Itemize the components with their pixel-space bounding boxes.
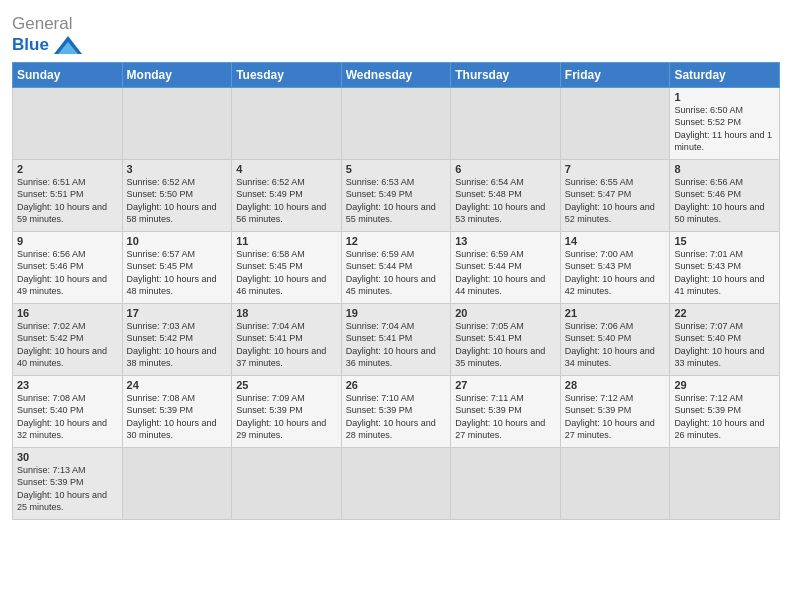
calendar-day-cell: 30Sunrise: 7:13 AM Sunset: 5:39 PM Dayli… [13, 447, 123, 519]
day-info: Sunrise: 7:06 AM Sunset: 5:40 PM Dayligh… [565, 320, 666, 370]
calendar-day-cell [232, 87, 342, 159]
calendar-week-row: 2Sunrise: 6:51 AM Sunset: 5:51 PM Daylig… [13, 159, 780, 231]
logo-blue: Blue [12, 35, 49, 55]
day-info: Sunrise: 6:57 AM Sunset: 5:45 PM Dayligh… [127, 248, 228, 298]
day-info: Sunrise: 7:12 AM Sunset: 5:39 PM Dayligh… [565, 392, 666, 442]
calendar-day-cell: 24Sunrise: 7:08 AM Sunset: 5:39 PM Dayli… [122, 375, 232, 447]
weekday-header-tuesday: Tuesday [232, 62, 342, 87]
day-info: Sunrise: 6:52 AM Sunset: 5:50 PM Dayligh… [127, 176, 228, 226]
day-number: 5 [346, 163, 447, 175]
calendar-day-cell: 4Sunrise: 6:52 AM Sunset: 5:49 PM Daylig… [232, 159, 342, 231]
day-number: 26 [346, 379, 447, 391]
calendar-day-cell: 28Sunrise: 7:12 AM Sunset: 5:39 PM Dayli… [560, 375, 670, 447]
calendar-week-row: 9Sunrise: 6:56 AM Sunset: 5:46 PM Daylig… [13, 231, 780, 303]
weekday-header-wednesday: Wednesday [341, 62, 451, 87]
weekday-header-saturday: Saturday [670, 62, 780, 87]
calendar-day-cell [451, 447, 561, 519]
calendar-day-cell [341, 87, 451, 159]
calendar-day-cell: 2Sunrise: 6:51 AM Sunset: 5:51 PM Daylig… [13, 159, 123, 231]
header: General Blue [12, 10, 780, 56]
day-number: 2 [17, 163, 118, 175]
calendar-day-cell: 9Sunrise: 6:56 AM Sunset: 5:46 PM Daylig… [13, 231, 123, 303]
calendar-week-row: 30Sunrise: 7:13 AM Sunset: 5:39 PM Dayli… [13, 447, 780, 519]
calendar-day-cell [122, 447, 232, 519]
day-number: 7 [565, 163, 666, 175]
logo: General Blue [12, 14, 84, 56]
day-number: 1 [674, 91, 775, 103]
day-info: Sunrise: 6:52 AM Sunset: 5:49 PM Dayligh… [236, 176, 337, 226]
calendar-week-row: 1Sunrise: 6:50 AM Sunset: 5:52 PM Daylig… [13, 87, 780, 159]
day-number: 13 [455, 235, 556, 247]
day-info: Sunrise: 7:03 AM Sunset: 5:42 PM Dayligh… [127, 320, 228, 370]
calendar-day-cell [560, 447, 670, 519]
weekday-header-row: SundayMondayTuesdayWednesdayThursdayFrid… [13, 62, 780, 87]
day-info: Sunrise: 6:55 AM Sunset: 5:47 PM Dayligh… [565, 176, 666, 226]
calendar-day-cell: 26Sunrise: 7:10 AM Sunset: 5:39 PM Dayli… [341, 375, 451, 447]
day-number: 29 [674, 379, 775, 391]
calendar-day-cell: 12Sunrise: 6:59 AM Sunset: 5:44 PM Dayli… [341, 231, 451, 303]
day-number: 4 [236, 163, 337, 175]
day-info: Sunrise: 7:11 AM Sunset: 5:39 PM Dayligh… [455, 392, 556, 442]
day-info: Sunrise: 7:01 AM Sunset: 5:43 PM Dayligh… [674, 248, 775, 298]
day-number: 30 [17, 451, 118, 463]
day-number: 9 [17, 235, 118, 247]
day-info: Sunrise: 6:59 AM Sunset: 5:44 PM Dayligh… [346, 248, 447, 298]
day-info: Sunrise: 6:51 AM Sunset: 5:51 PM Dayligh… [17, 176, 118, 226]
calendar-day-cell: 13Sunrise: 6:59 AM Sunset: 5:44 PM Dayli… [451, 231, 561, 303]
day-number: 12 [346, 235, 447, 247]
day-info: Sunrise: 6:50 AM Sunset: 5:52 PM Dayligh… [674, 104, 775, 154]
day-info: Sunrise: 7:04 AM Sunset: 5:41 PM Dayligh… [236, 320, 337, 370]
day-info: Sunrise: 7:09 AM Sunset: 5:39 PM Dayligh… [236, 392, 337, 442]
calendar-day-cell: 25Sunrise: 7:09 AM Sunset: 5:39 PM Dayli… [232, 375, 342, 447]
day-number: 6 [455, 163, 556, 175]
day-info: Sunrise: 6:56 AM Sunset: 5:46 PM Dayligh… [674, 176, 775, 226]
calendar-day-cell: 11Sunrise: 6:58 AM Sunset: 5:45 PM Dayli… [232, 231, 342, 303]
day-info: Sunrise: 7:08 AM Sunset: 5:40 PM Dayligh… [17, 392, 118, 442]
calendar-day-cell: 18Sunrise: 7:04 AM Sunset: 5:41 PM Dayli… [232, 303, 342, 375]
calendar-day-cell: 21Sunrise: 7:06 AM Sunset: 5:40 PM Dayli… [560, 303, 670, 375]
day-info: Sunrise: 7:04 AM Sunset: 5:41 PM Dayligh… [346, 320, 447, 370]
day-info: Sunrise: 7:08 AM Sunset: 5:39 PM Dayligh… [127, 392, 228, 442]
day-number: 10 [127, 235, 228, 247]
calendar-week-row: 16Sunrise: 7:02 AM Sunset: 5:42 PM Dayli… [13, 303, 780, 375]
weekday-header-thursday: Thursday [451, 62, 561, 87]
calendar-day-cell: 27Sunrise: 7:11 AM Sunset: 5:39 PM Dayli… [451, 375, 561, 447]
calendar-day-cell [232, 447, 342, 519]
day-number: 24 [127, 379, 228, 391]
day-number: 15 [674, 235, 775, 247]
day-info: Sunrise: 6:59 AM Sunset: 5:44 PM Dayligh… [455, 248, 556, 298]
calendar-day-cell: 20Sunrise: 7:05 AM Sunset: 5:41 PM Dayli… [451, 303, 561, 375]
calendar-day-cell: 23Sunrise: 7:08 AM Sunset: 5:40 PM Dayli… [13, 375, 123, 447]
calendar: SundayMondayTuesdayWednesdayThursdayFrid… [12, 62, 780, 520]
day-info: Sunrise: 7:00 AM Sunset: 5:43 PM Dayligh… [565, 248, 666, 298]
day-info: Sunrise: 7:05 AM Sunset: 5:41 PM Dayligh… [455, 320, 556, 370]
day-info: Sunrise: 7:12 AM Sunset: 5:39 PM Dayligh… [674, 392, 775, 442]
day-number: 21 [565, 307, 666, 319]
calendar-day-cell: 5Sunrise: 6:53 AM Sunset: 5:49 PM Daylig… [341, 159, 451, 231]
calendar-day-cell: 14Sunrise: 7:00 AM Sunset: 5:43 PM Dayli… [560, 231, 670, 303]
calendar-day-cell: 1Sunrise: 6:50 AM Sunset: 5:52 PM Daylig… [670, 87, 780, 159]
day-number: 19 [346, 307, 447, 319]
day-info: Sunrise: 7:13 AM Sunset: 5:39 PM Dayligh… [17, 464, 118, 514]
calendar-day-cell [122, 87, 232, 159]
calendar-day-cell: 17Sunrise: 7:03 AM Sunset: 5:42 PM Dayli… [122, 303, 232, 375]
day-info: Sunrise: 7:02 AM Sunset: 5:42 PM Dayligh… [17, 320, 118, 370]
day-number: 16 [17, 307, 118, 319]
day-number: 3 [127, 163, 228, 175]
calendar-day-cell: 3Sunrise: 6:52 AM Sunset: 5:50 PM Daylig… [122, 159, 232, 231]
day-number: 27 [455, 379, 556, 391]
day-info: Sunrise: 6:58 AM Sunset: 5:45 PM Dayligh… [236, 248, 337, 298]
day-info: Sunrise: 7:10 AM Sunset: 5:39 PM Dayligh… [346, 392, 447, 442]
page: General Blue SundayMondayTuesdayWednesda… [0, 0, 792, 612]
calendar-week-row: 23Sunrise: 7:08 AM Sunset: 5:40 PM Dayli… [13, 375, 780, 447]
day-info: Sunrise: 7:07 AM Sunset: 5:40 PM Dayligh… [674, 320, 775, 370]
day-info: Sunrise: 6:54 AM Sunset: 5:48 PM Dayligh… [455, 176, 556, 226]
calendar-day-cell [451, 87, 561, 159]
day-number: 23 [17, 379, 118, 391]
day-info: Sunrise: 6:53 AM Sunset: 5:49 PM Dayligh… [346, 176, 447, 226]
calendar-day-cell: 7Sunrise: 6:55 AM Sunset: 5:47 PM Daylig… [560, 159, 670, 231]
day-info: Sunrise: 6:56 AM Sunset: 5:46 PM Dayligh… [17, 248, 118, 298]
day-number: 25 [236, 379, 337, 391]
day-number: 18 [236, 307, 337, 319]
day-number: 20 [455, 307, 556, 319]
